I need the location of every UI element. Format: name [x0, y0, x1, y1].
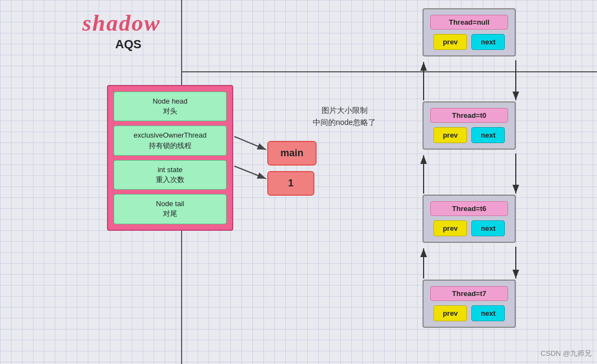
node-t0-prev: prev [433, 127, 467, 143]
node-null-thread: Thread=null [430, 15, 508, 30]
node-t6-box: Thread=t6 prev next [423, 195, 516, 243]
aqs-field-tail: Node tail 对尾 [114, 194, 227, 224]
state-value-box: 1 [267, 171, 314, 196]
node-t7-box: Thread=t7 prev next [423, 280, 516, 328]
node-t0-box: Thread=t0 prev next [423, 101, 516, 150]
svg-line-1 [234, 136, 266, 150]
main-value-box: main [267, 141, 317, 166]
aqs-field-head: Node head 对头 [114, 92, 227, 121]
canvas: shadow AQS Node head 对头 exclusiveOwnerTh… [0, 0, 597, 364]
svg-line-2 [234, 166, 266, 179]
node-null-next: next [471, 34, 505, 50]
node-t6-next: next [471, 220, 505, 236]
aqs-field-owner: exclusiveOwnerThread 持有锁的线程 [114, 126, 227, 155]
shadow-logo: shadow [82, 10, 161, 36]
node-t7-buttons: prev next [430, 305, 508, 321]
node-t7-prev: prev [433, 305, 467, 321]
node-null-box: Thread=null prev next [423, 8, 516, 56]
aqs-field-state: int state 重入次数 [114, 160, 227, 190]
node-null-buttons: prev next [430, 34, 508, 50]
node-t6-thread: Thread=t6 [430, 201, 508, 216]
node-t0-buttons: prev next [430, 127, 508, 143]
note-text: 图片大小限制 中间的node忽略了 [313, 104, 376, 129]
axis-horizontal-line [181, 71, 597, 72]
node-t6-buttons: prev next [430, 220, 508, 236]
node-t7-thread: Thread=t7 [430, 286, 508, 301]
node-t0-next: next [471, 127, 505, 143]
node-null-prev: prev [433, 34, 467, 50]
node-t7-next: next [471, 305, 505, 321]
node-t6-prev: prev [433, 220, 467, 236]
aqs-label: AQS [115, 37, 142, 52]
node-t0-thread: Thread=t0 [430, 108, 508, 123]
watermark: CSDN @九师兄 [540, 349, 592, 359]
aqs-main-box: Node head 对头 exclusiveOwnerThread 持有锁的线程… [107, 85, 233, 231]
